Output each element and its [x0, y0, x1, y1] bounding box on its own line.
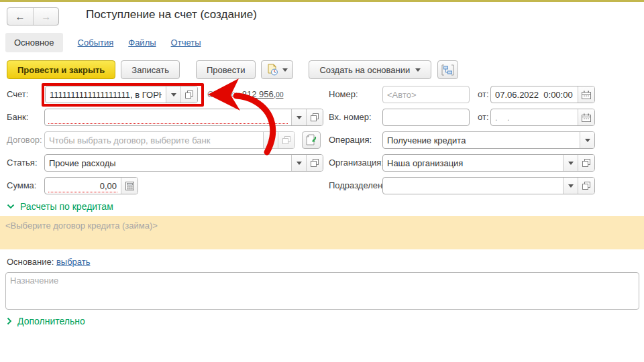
organization-dropdown-button[interactable] — [563, 155, 578, 171]
date-field-group — [490, 86, 595, 103]
organization-field-group — [382, 154, 595, 172]
chevron-down-icon — [568, 162, 574, 165]
amount-label: Сумма: — [7, 177, 36, 194]
tab-main[interactable]: Основное — [5, 33, 63, 52]
basis-row: Основание: выбрать — [7, 257, 91, 267]
chevron-right-icon — [7, 317, 12, 325]
tab-reports[interactable]: Отчеты — [171, 38, 201, 48]
organization-open-button[interactable] — [578, 155, 594, 171]
chevron-down-icon — [297, 116, 302, 119]
section-credit-settlements-label: Расчеты по кредитам — [20, 201, 113, 212]
posting-mode-split-button[interactable] — [261, 60, 293, 79]
article-input[interactable] — [45, 155, 291, 171]
operation-input[interactable] — [383, 132, 580, 148]
number-label: Номер: — [329, 86, 358, 103]
department-open-button[interactable] — [578, 178, 594, 194]
date-input[interactable] — [491, 86, 578, 103]
incoming-date-field-group — [490, 109, 595, 126]
department-dropdown-button[interactable] — [563, 178, 578, 194]
chevron-down-icon — [7, 204, 15, 209]
article-field-group — [44, 154, 323, 172]
contract-dropdown-button[interactable] — [263, 132, 278, 148]
post-button[interactable]: Провести — [196, 60, 256, 79]
tab-files[interactable]: Файлы — [128, 38, 156, 48]
account-label: Счет: — [7, 86, 28, 103]
bank-label: Банк: — [7, 109, 28, 126]
post-and-close-button[interactable]: Провести и закрыть — [7, 60, 115, 79]
article-open-button[interactable] — [306, 155, 323, 171]
calculator-icon — [125, 182, 134, 190]
basis-label: Основание: — [7, 257, 54, 267]
article-label: Статья: — [7, 154, 38, 172]
incoming-number-input[interactable] — [383, 109, 469, 125]
amount-calculator-button[interactable] — [121, 178, 138, 194]
number-field-group — [382, 86, 470, 103]
section-additional-label: Дополнительно — [17, 316, 85, 326]
incoming-date-from-label: от: — [478, 109, 489, 126]
basis-select-link[interactable]: выбрать — [56, 257, 91, 267]
organization-input[interactable] — [383, 155, 563, 171]
back-button[interactable]: ← — [7, 8, 33, 25]
create-based-on-label: Создать на основании — [319, 65, 410, 75]
open-form-icon — [582, 159, 590, 167]
section-additional[interactable]: Дополнительно — [7, 316, 85, 326]
related-documents-button[interactable] — [437, 60, 458, 79]
account-open-button[interactable] — [180, 86, 197, 103]
date-calendar-button[interactable] — [578, 86, 594, 103]
create-based-on-button[interactable]: Создать на основании — [309, 60, 431, 79]
contract-label: Договор: — [7, 131, 42, 149]
document-import-icon — [305, 134, 317, 146]
credit-contract-panel[interactable]: <Выберите договор кредита (займа)> — [0, 216, 644, 249]
create-contract-button[interactable] — [302, 131, 321, 149]
dropdown-caret-icon — [282, 68, 288, 72]
operation-label: Операция: — [329, 131, 372, 149]
contract-field-group — [44, 131, 295, 149]
contract-input[interactable] — [45, 132, 263, 148]
section-credit-settlements[interactable]: Расчеты по кредитам — [7, 201, 113, 212]
account-dropdown-button[interactable] — [166, 86, 180, 103]
open-form-icon — [282, 136, 290, 144]
bank-input[interactable] — [45, 109, 291, 125]
receipt-to-account-form: ← → Поступление на счет (создание) Основ… — [0, 0, 644, 362]
contract-open-button[interactable] — [278, 132, 294, 148]
number-input[interactable] — [383, 86, 469, 103]
forward-button[interactable]: → — [33, 8, 58, 25]
save-button[interactable]: Записать — [121, 60, 180, 79]
balance-link[interactable]: Остаток 812 956,00 — [207, 86, 283, 103]
dropdown-caret-icon — [415, 68, 421, 72]
incoming-number-label: Вх. номер: — [329, 109, 372, 126]
calendar-icon — [582, 113, 591, 122]
document-structure-icon — [441, 64, 454, 76]
balance-amount: 812 956,00 — [242, 89, 284, 99]
tab-bar: Основное События Файлы Отчеты — [5, 32, 201, 53]
bank-dropdown-button[interactable] — [291, 109, 306, 125]
operation-dropdown-button[interactable] — [580, 132, 594, 148]
open-form-icon — [311, 159, 319, 167]
credit-contract-hint: <Выберите договор кредита (займа)> — [5, 221, 158, 231]
amount-input[interactable] — [45, 178, 121, 194]
bank-open-button[interactable] — [306, 109, 323, 125]
incoming-date-input[interactable] — [491, 109, 578, 125]
article-dropdown-button[interactable] — [291, 155, 306, 171]
open-form-icon — [582, 182, 590, 190]
balance-label: Остаток — [207, 89, 239, 99]
chevron-down-icon — [171, 93, 176, 97]
window-accent-strip — [0, 0, 644, 2]
forward-arrow-icon: → — [41, 11, 51, 22]
department-input[interactable] — [383, 178, 563, 194]
tab-events[interactable]: События — [78, 38, 114, 48]
account-input[interactable] — [46, 86, 166, 103]
bank-field-group — [44, 109, 323, 126]
chevron-down-icon — [268, 139, 274, 142]
amount-field-group — [44, 177, 138, 194]
incoming-date-calendar-button[interactable] — [578, 109, 594, 125]
chevron-down-icon — [297, 162, 302, 165]
chevron-down-icon — [585, 139, 590, 142]
date-from-label: от: — [478, 86, 489, 103]
open-form-icon — [185, 90, 193, 99]
purpose-textarea[interactable] — [5, 272, 639, 310]
chevron-down-icon — [568, 184, 574, 188]
page-title: Поступление на счет (создание) — [86, 8, 257, 21]
history-nav: ← → — [7, 7, 59, 25]
back-arrow-icon: ← — [15, 11, 25, 22]
